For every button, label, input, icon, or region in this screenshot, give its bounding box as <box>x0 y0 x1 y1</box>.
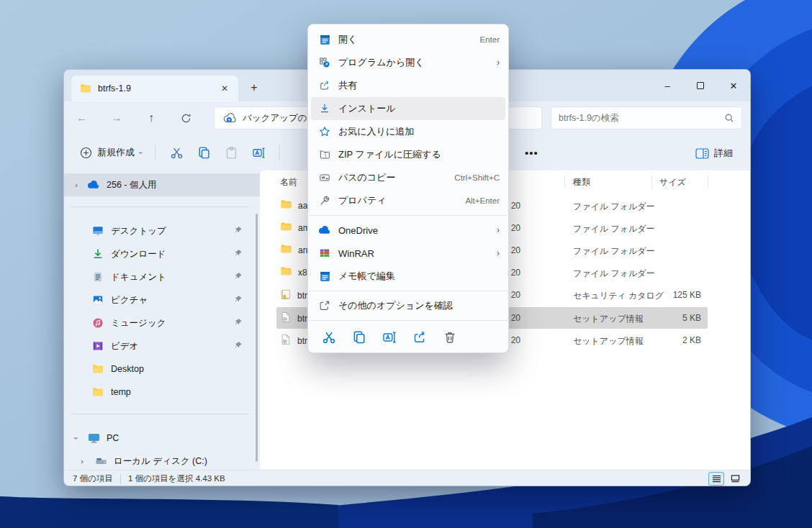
menu-item-show-more-options[interactable]: その他のオプションを確認 <box>308 294 508 317</box>
copy-button[interactable] <box>351 329 367 345</box>
folder-icon <box>280 266 292 278</box>
menu-divider <box>309 215 508 216</box>
file-name: btr <box>297 291 307 301</box>
status-bar: 7 個の項目 1 個の項目を選択 4.43 KB <box>64 470 750 486</box>
icons-view-button[interactable] <box>727 472 743 486</box>
minimize-button[interactable]: – <box>651 70 684 101</box>
share-icon <box>318 79 331 92</box>
menu-divider <box>309 320 508 321</box>
sidebar-item-pc[interactable]: › PC <box>64 427 260 450</box>
column-divider[interactable] <box>708 176 708 188</box>
folder-icon <box>80 83 91 94</box>
new-tab-button[interactable]: + <box>244 78 264 97</box>
sidebar-item-label: ビデオ <box>111 340 234 352</box>
menu-item-compress-zip[interactable]: ZIP ファイルに圧縮する <box>308 143 508 166</box>
trash-icon <box>443 330 457 345</box>
pin-icon <box>234 318 243 329</box>
copy-icon <box>197 146 211 160</box>
close-button[interactable]: ✕ <box>717 70 750 101</box>
more-options-button[interactable]: ••• <box>519 145 544 160</box>
menu-item-onedrive[interactable]: OneDrive › <box>308 219 508 242</box>
column-divider[interactable] <box>651 176 652 188</box>
menu-item-label: プロパティ <box>338 194 465 207</box>
back-button[interactable]: ← <box>70 106 94 129</box>
sidebar-item-desktop[interactable]: デスクトップ <box>64 219 260 242</box>
tab-close-icon[interactable]: ✕ <box>217 82 233 95</box>
column-header-name[interactable]: 名前 <box>280 176 297 188</box>
divider <box>71 414 250 414</box>
sidebar-item-onedrive[interactable]: › 256 - 個人用 <box>64 173 260 196</box>
rename-button[interactable] <box>382 329 397 345</box>
sidebar-item-label: 256 - 個人用 <box>107 179 260 191</box>
copy-button[interactable] <box>190 140 217 165</box>
new-button[interactable]: 新規作成 › <box>74 142 148 163</box>
menu-item-properties[interactable]: プロパティ Alt+Enter <box>308 189 508 212</box>
menu-item-label: パスのコピー <box>338 171 454 184</box>
column-header-type[interactable]: 種類 <box>573 176 590 188</box>
menu-item-copy-path[interactable]: パスのコピー Ctrl+Shift+C <box>308 166 508 189</box>
maximize-button[interactable] <box>684 70 717 101</box>
menu-item-edit-notepad[interactable]: メモ帳で編集 <box>308 265 508 288</box>
paste-icon <box>225 146 238 160</box>
search-input[interactable] <box>559 113 724 123</box>
details-pane-button[interactable]: 詳細 <box>691 144 737 163</box>
details-view-button[interactable] <box>708 472 724 486</box>
icons-view-icon <box>731 475 740 483</box>
sidebar-item-downloads[interactable]: ダウンロード <box>64 242 260 265</box>
menu-item-share[interactable]: 共有 <box>308 74 508 97</box>
chevron-down-icon[interactable]: › <box>72 433 81 443</box>
pin-icon <box>234 295 243 306</box>
column-header-size[interactable]: サイズ <box>659 176 686 188</box>
divider <box>279 145 280 160</box>
documents-icon <box>91 270 104 283</box>
chevron-right-icon[interactable]: › <box>71 181 81 189</box>
sidebar-item-label: ミュージック <box>111 317 234 329</box>
menu-item-winrar[interactable]: WinRAR › <box>308 242 508 265</box>
sidebar: › 256 - 個人用 デスクトップ ダウンロード <box>64 170 260 470</box>
sidebar-item-documents[interactable]: ドキュメント <box>64 265 260 288</box>
folder-icon <box>91 386 104 399</box>
star-icon <box>318 125 331 138</box>
search-box[interactable] <box>551 106 742 129</box>
column-divider[interactable] <box>564 176 565 188</box>
forward-button[interactable]: → <box>104 106 129 129</box>
menu-item-label: ZIP ファイルに圧縮する <box>338 148 500 161</box>
pin-icon <box>234 341 243 352</box>
share-icon <box>412 330 427 345</box>
menu-item-install[interactable]: インストール <box>311 97 505 120</box>
sidebar-item-pictures[interactable]: ピクチャ <box>64 288 260 311</box>
sidebar-item-label: temp <box>111 387 260 397</box>
sidebar-item-temp[interactable]: temp <box>64 381 260 404</box>
menu-item-label: インストール <box>338 102 500 115</box>
sidebar-item-music[interactable]: ミュージック <box>64 311 260 334</box>
delete-button[interactable] <box>442 329 458 345</box>
menu-item-open[interactable]: 開く Enter <box>308 28 508 51</box>
refresh-button[interactable] <box>173 106 198 129</box>
notepad-icon <box>318 270 331 283</box>
setup-info-icon <box>280 334 292 347</box>
chevron-down-icon: › <box>137 151 145 153</box>
file-type: ファイル フォルダー <box>573 201 655 213</box>
sidebar-item-videos[interactable]: ビデオ <box>64 334 260 358</box>
sidebar-item-label: ピクチャ <box>111 294 234 306</box>
cut-button[interactable] <box>163 140 190 165</box>
menu-item-label: 開く <box>338 33 480 46</box>
file-type: ファイル フォルダー <box>573 268 655 280</box>
selection-info: 1 個の項目を選択 4.43 KB <box>128 473 225 484</box>
cut-button[interactable] <box>321 329 337 345</box>
menu-item-add-favorites[interactable]: お気に入りに追加 <box>308 120 508 143</box>
tab-btrfs[interactable]: btrfs-1.9 ✕ <box>71 76 238 101</box>
share-button[interactable] <box>412 329 428 345</box>
sidebar-scrollbar[interactable] <box>256 214 258 462</box>
quick-actions-row <box>308 324 508 350</box>
up-button[interactable]: ↑ <box>139 106 163 129</box>
menu-item-label: お気に入りに追加 <box>338 125 500 138</box>
rename-button[interactable] <box>245 140 272 165</box>
sidebar-item-desktop-folder[interactable]: Desktop <box>64 358 260 381</box>
folder-icon <box>280 244 292 256</box>
file-type: ファイル フォルダー <box>573 223 655 235</box>
paste-button[interactable] <box>217 140 245 165</box>
chevron-right-icon[interactable]: › <box>77 457 87 465</box>
menu-item-open-with[interactable]: プログラムから開く › <box>308 51 508 74</box>
rename-icon <box>252 146 266 160</box>
